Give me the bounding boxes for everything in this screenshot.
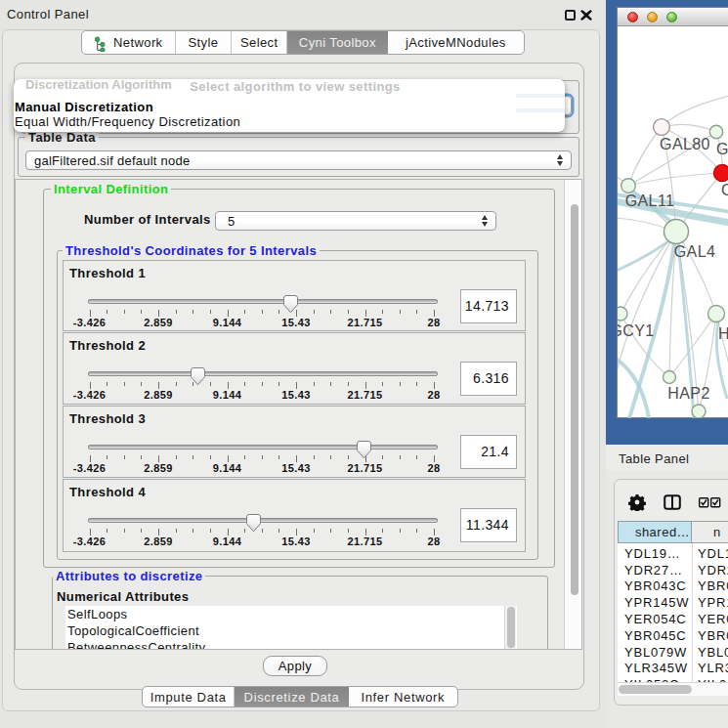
svg-text:GAL11: GAL11 xyxy=(625,193,675,209)
svg-text:C: C xyxy=(721,182,728,198)
svg-text:GAL80: GAL80 xyxy=(660,136,710,152)
svg-text:GCY1: GCY1 xyxy=(618,322,655,339)
svg-text:GAL4: GAL4 xyxy=(674,243,716,260)
svg-text:HAP2: HAP2 xyxy=(667,385,709,402)
svg-text:HA: HA xyxy=(718,325,728,342)
svg-text:GA: GA xyxy=(716,141,728,157)
